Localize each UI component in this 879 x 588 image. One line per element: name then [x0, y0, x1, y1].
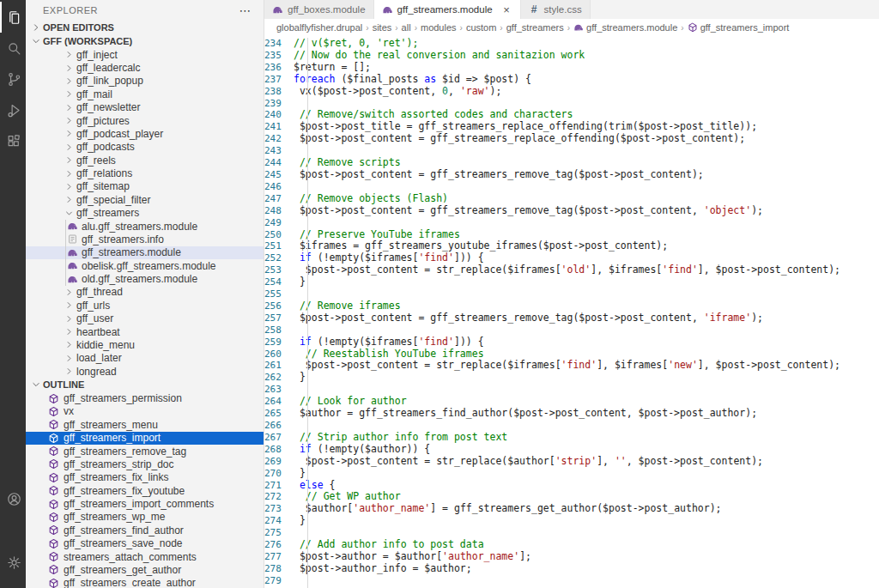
line-number[interactable]: 242 [264, 133, 294, 145]
line-number[interactable]: 269 [264, 456, 294, 468]
line-number[interactable]: 244 [264, 157, 294, 169]
line-number[interactable]: 262 [264, 372, 294, 384]
code-line-248[interactable]: 248 $post->post_content = gff_streamers_… [264, 205, 879, 217]
outline-item-gff_streamers_save_node[interactable]: gff_streamers_save_node [26, 537, 264, 550]
breadcrumb-item-modules[interactable]: modules [421, 22, 457, 33]
tree-folder-gff_special_filter[interactable]: gff_special_filter [26, 193, 264, 206]
code-line-270[interactable]: 270 } [264, 468, 879, 480]
tree-folder-longread[interactable]: longread [26, 365, 264, 378]
tab-gff_streamers.module[interactable]: gff_streamers.module× [374, 0, 521, 19]
line-number[interactable]: 234 [264, 38, 294, 50]
code-line-256[interactable]: 256 // Remove iframes [264, 300, 879, 312]
line-number[interactable]: 264 [264, 396, 294, 408]
breadcrumb-item-gff_streamers[interactable]: gff_streamers [506, 22, 564, 33]
line-number[interactable]: 261 [264, 360, 294, 372]
breadcrumb-item-custom[interactable]: custom [466, 22, 496, 33]
line-number[interactable]: 254 [264, 276, 294, 288]
outline-item-gff_streamers_import[interactable]: gff_streamers_import [26, 432, 264, 445]
line-number[interactable]: 274 [264, 515, 294, 527]
code-line-247[interactable]: 247 // Remove objects (Flash) [264, 193, 879, 205]
code-line-277[interactable]: 277 $post->author = $author['author_name… [264, 551, 879, 563]
line-number[interactable]: 257 [264, 312, 294, 324]
tree-folder-gff_streamers[interactable]: gff_streamers [26, 207, 264, 220]
breadcrumb-item-sites[interactable]: sites [373, 22, 392, 33]
code-line-275[interactable]: 275 [264, 527, 879, 539]
code-line-244[interactable]: 244 // Remove scripts [264, 157, 879, 169]
section-workspace[interactable]: GFF (WORKSPACE) [26, 34, 264, 48]
tree-folder-gff_user[interactable]: gff_user [26, 312, 264, 325]
tree-folder-gff_pictures[interactable]: gff_pictures [26, 114, 264, 127]
code-line-265[interactable]: 265 $author = gff_streamers_find_author(… [264, 408, 879, 420]
line-number[interactable]: 259 [264, 336, 294, 349]
account-icon[interactable] [0, 483, 26, 514]
tree-folder-gff_newsletter[interactable]: gff_newsletter [26, 101, 264, 114]
line-number[interactable]: 250 [264, 229, 294, 241]
line-number[interactable]: 243 [264, 145, 294, 157]
tree-file-alu.gff_streamers.module[interactable]: alu.gff_streamers.module [26, 220, 264, 233]
outline-item-gff_streamers_fix_links[interactable]: gff_streamers_fix_links [26, 471, 264, 484]
settings-gear-icon[interactable] [0, 547, 26, 578]
line-number[interactable]: 267 [264, 432, 294, 444]
tree-file-gff_streamers.info[interactable]: gff_streamers.info [26, 233, 264, 246]
line-number[interactable]: 236 [264, 62, 294, 74]
line-number[interactable]: 265 [264, 408, 294, 420]
line-number[interactable]: 248 [264, 205, 294, 217]
explorer-icon[interactable] [0, 2, 26, 33]
tree-folder-gff_reels[interactable]: gff_reels [26, 154, 264, 167]
code-line-237[interactable]: 237foreach ($final_posts as $id => $post… [264, 74, 879, 86]
line-number[interactable]: 278 [264, 563, 294, 575]
tree-folder-gff_podcasts[interactable]: gff_podcasts [26, 141, 264, 154]
code-line-274[interactable]: 274 } [264, 515, 879, 527]
tree-folder-heartbeat[interactable]: heartbeat [26, 325, 264, 338]
tab-style.css[interactable]: #style.css [521, 0, 591, 19]
outline-item-gff_streamers_permission[interactable]: gff_streamers_permission [26, 391, 264, 404]
code-line-269[interactable]: 269 $post->post_content = str_replace($a… [264, 456, 879, 468]
line-number[interactable]: 237 [264, 74, 294, 86]
line-number[interactable]: 249 [264, 217, 294, 229]
code-line-252[interactable]: 252 if (!empty($iframes['find'])) { [264, 252, 879, 264]
outline-item-vx[interactable]: vx [26, 405, 264, 418]
tree-folder-gff_urls[interactable]: gff_urls [26, 299, 264, 312]
line-number[interactable]: 268 [264, 444, 294, 456]
code-line-234[interactable]: 234// v($ret, 0, 'ret'); [264, 38, 879, 50]
breadcrumb-item-globalflyfisher.drupal[interactable]: globalflyfisher.drupal [276, 22, 362, 33]
code-line-236[interactable]: 236$return = []; [264, 62, 879, 74]
line-number[interactable]: 240 [264, 109, 294, 121]
code-line-271[interactable]: 271 else { [264, 480, 879, 492]
code-editor[interactable]: 234// v($ret, 0, 'ret');235// Now do the… [264, 36, 879, 588]
line-number[interactable]: 245 [264, 169, 294, 181]
breadcrumb-item-all[interactable]: all [402, 22, 411, 33]
code-line-246[interactable]: 246 [264, 181, 879, 193]
code-line-273[interactable]: 273 $author['author_name'] = gff_streame… [264, 503, 879, 515]
outline-item-gff_streamers_import_comments[interactable]: gff_streamers_import_comments [26, 497, 264, 510]
line-number[interactable]: 273 [264, 503, 294, 515]
code-line-240[interactable]: 240 // Remove/switch assorted codes and … [264, 109, 879, 121]
code-line-272[interactable]: 272 // Get WP author [264, 491, 879, 503]
outline-item-gff_streamers_fix_youtube[interactable]: gff_streamers_fix_youtube [26, 484, 264, 497]
tree-folder-gff_leadercalc[interactable]: gff_leadercalc [26, 61, 264, 74]
code-line-243[interactable]: 243 [264, 145, 879, 157]
run-debug-icon[interactable] [0, 94, 26, 125]
section-outline[interactable]: OUTLINE [26, 378, 264, 391]
extensions-icon[interactable] [0, 125, 26, 156]
code-line-257[interactable]: 257 $post->post_content = gff_streamers_… [264, 312, 879, 324]
line-number[interactable]: 277 [264, 551, 294, 563]
search-icon[interactable] [0, 33, 26, 64]
section-open-editors[interactable]: OPEN EDITORS [26, 21, 264, 34]
outline-item-gff_streamers_remove_tag[interactable]: gff_streamers_remove_tag [26, 445, 264, 458]
tree-file-old.gff_streamers.module[interactable]: old.gff_streamers.module [26, 272, 264, 285]
tree-folder-gff_thread[interactable]: gff_thread [26, 286, 264, 299]
code-line-250[interactable]: 250 // Preserve YouTube iframes [264, 229, 879, 241]
code-line-254[interactable]: 254 } [264, 276, 879, 288]
code-line-242[interactable]: 242 $post->post_content = gff_streamers_… [264, 133, 879, 145]
line-number[interactable]: 239 [264, 98, 294, 110]
code-line-235[interactable]: 235// Now do the real conversion and san… [264, 50, 879, 62]
code-line-266[interactable]: 266 [264, 420, 879, 432]
tree-file-gff_streamers.module[interactable]: gff_streamers.module [26, 246, 264, 259]
tree-folder-gff_sitemap[interactable]: gff_sitemap [26, 180, 264, 193]
line-number[interactable]: 275 [264, 527, 294, 539]
code-line-267[interactable]: 267 // Strip author info from post text [264, 432, 879, 444]
line-number[interactable]: 252 [264, 252, 294, 264]
line-number[interactable]: 272 [264, 491, 294, 503]
code-line-260[interactable]: 260 // Reestablish YouTube iframes [264, 349, 879, 361]
